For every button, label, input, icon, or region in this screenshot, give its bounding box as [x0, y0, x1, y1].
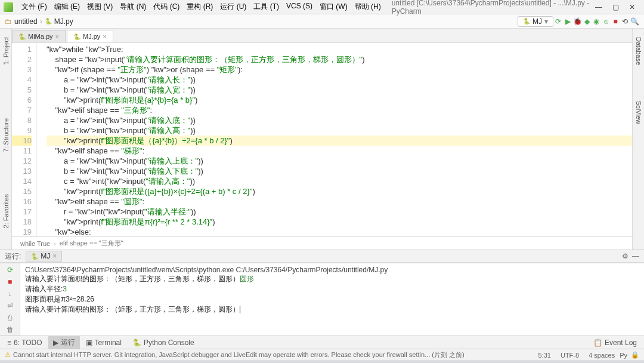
menu-item[interactable]: 编辑 (E) [51, 1, 83, 13]
run-tab[interactable]: 🐍MJ× [26, 251, 62, 262]
close-icon[interactable]: × [52, 252, 57, 260]
close-tab-icon[interactable]: × [55, 33, 59, 40]
right-tool-strip: Database SciView [632, 29, 644, 250]
python-file-icon: 🐍 [45, 18, 52, 24]
close-tab-icon[interactable]: × [103, 33, 106, 40]
build-icon[interactable]: ⟳ [553, 17, 563, 26]
coverage-icon[interactable]: ◆ [582, 17, 592, 26]
code-breadcrumb[interactable]: while True›elif shape == "三角形" [12, 236, 632, 250]
caret-position[interactable]: 5:31 [538, 352, 551, 359]
favorites-toolwindow-button[interactable]: 2: Favorites [2, 194, 10, 228]
run-output[interactable]: C:\Users\37364\PycharmProjects\untitled\… [20, 263, 644, 336]
close-button[interactable]: ✕ [624, 3, 640, 11]
menu-item[interactable]: 文件 (F) [18, 1, 51, 13]
menu-item[interactable]: 工具 (T) [250, 1, 283, 13]
window-title: untitled [C:\Users\37364\PycharmProjects… [385, 0, 590, 16]
indent-info[interactable]: 4 spaces [589, 352, 615, 359]
database-toolwindow-button[interactable]: Database [635, 37, 642, 65]
run-config-selector[interactable]: 🐍 MJ ▾ [518, 16, 553, 27]
rerun-icon[interactable]: ⟳ [7, 266, 13, 274]
event-log-button[interactable]: 📋 Event Log [589, 337, 642, 348]
file-encoding[interactable]: UTF-8 [561, 352, 579, 359]
warning-icon: ⚠ [5, 351, 11, 359]
breadcrumb-root[interactable]: untitled [14, 17, 38, 26]
code-editor[interactable]: "kw">while "kw">True: shape = "kw">input… [37, 43, 632, 236]
print-icon[interactable]: ⎙ [8, 313, 12, 322]
left-tool-strip: 1: Project 7: Structure 2: Favorites [0, 29, 12, 250]
project-toolwindow-button[interactable]: 1: Project [2, 37, 10, 64]
run-toolwindow: ⟳ ■ ↓ ⏎ ⎙ 🗑 C:\Users\37364\PycharmProjec… [0, 263, 644, 336]
bottom-toolwindow-bar: ≡ 6: TODO ▶ 运行 ▣ Terminal 🐍 Python Conso… [0, 336, 644, 349]
tab-mima[interactable]: 🐍MiMa.py× [12, 30, 66, 42]
menu-item[interactable]: VCS (S) [283, 1, 316, 13]
menu-item[interactable]: 窗口 (W) [316, 1, 351, 13]
folder-icon: 🗀 [5, 17, 12, 26]
run-toolwindow-header: 运行: 🐍MJ× ⚙ — [0, 250, 644, 263]
run-icon[interactable]: ▶ [563, 17, 572, 26]
navigation-bar: 🗀 untitled › 🐍 MJ.py 🐍 MJ ▾ ⟳ ▶ 🐞 ◆ ◉ ⎋ … [0, 14, 644, 29]
search-everywhere-icon[interactable]: 🔍 [630, 17, 639, 26]
run-config-name: MJ [532, 17, 542, 26]
menu-bar: 文件 (F)编辑 (E)视图 (V)导航 (N)代码 (C)重构 (R)运行 (… [0, 0, 644, 14]
python-console-button[interactable]: 🐍 Python Console [128, 337, 199, 348]
structure-toolwindow-button[interactable]: 7: Structure [2, 118, 10, 152]
status-bar: ⚠Cannot start internal HTTP server. Git … [0, 349, 644, 361]
editor-tabs: 🐍MiMa.py× 🐍MJ.py× [12, 29, 632, 43]
menu-item[interactable]: 代码 (C) [150, 1, 183, 13]
python-icon: 🐍 [31, 253, 38, 260]
sciview-toolwindow-button[interactable]: SciView [635, 101, 642, 124]
status-message[interactable]: Cannot start internal HTTP server. Git i… [13, 350, 465, 359]
lock-icon[interactable]: 🔒 [631, 351, 639, 359]
terminal-toolwindow-button[interactable]: ▣ Terminal [81, 337, 126, 348]
menu-item[interactable]: 运行 (U) [216, 1, 250, 13]
wrap-icon[interactable]: ⏎ [7, 302, 13, 310]
menu-item[interactable]: 帮助 (H) [351, 1, 385, 13]
stop-icon[interactable]: ■ [8, 278, 12, 286]
menu-item[interactable]: 视图 (V) [83, 1, 116, 13]
python-interpreter[interactable]: Py [620, 352, 627, 359]
line-gutter[interactable]: 12345678910111213141516171819 [12, 43, 37, 236]
python-icon: 🐍 [523, 18, 530, 24]
app-logo [4, 2, 13, 12]
todo-toolwindow-button[interactable]: ≡ 6: TODO [2, 337, 47, 348]
trash-icon[interactable]: 🗑 [7, 325, 14, 334]
start-button[interactable] [0, 361, 24, 364]
tab-mj[interactable]: 🐍MJ.py× [67, 30, 113, 42]
chevron-down-icon: ▾ [544, 17, 548, 26]
attach-icon[interactable]: ⎋ [601, 17, 611, 26]
stop-icon[interactable]: ■ [611, 17, 620, 26]
maximize-button[interactable]: ▢ [607, 3, 624, 11]
breadcrumb[interactable]: 🗀 untitled › 🐍 MJ.py [5, 17, 73, 26]
run-label: 运行: [5, 251, 21, 262]
python-file-icon: 🐍 [73, 33, 80, 40]
windows-taskbar: 🔍 ◯ ⊞ ✉ 🌐 🗂 ˄ 📶 🔊 中 🔋 🛡 13:372020/5/14 💬 [0, 361, 644, 363]
profile-icon[interactable]: ◉ [592, 17, 601, 26]
python-file-icon: 🐍 [18, 33, 26, 40]
run-toolwindow-button[interactable]: ▶ 运行 [48, 336, 80, 349]
breadcrumb-file[interactable]: MJ.py [54, 17, 73, 26]
minimize-button[interactable]: — [590, 3, 607, 11]
run-side-toolbar: ⟳ ■ ↓ ⏎ ⎙ 🗑 [0, 263, 20, 336]
minimize-panel-icon[interactable]: — [632, 252, 639, 260]
update-icon[interactable]: ⟲ [620, 17, 630, 26]
chevron-right-icon: › [40, 17, 42, 26]
menu-item[interactable]: 导航 (N) [116, 1, 150, 13]
down-icon[interactable]: ↓ [8, 290, 12, 298]
debug-icon[interactable]: 🐞 [572, 17, 582, 26]
settings-icon[interactable]: ⚙ [622, 252, 628, 260]
menu-item[interactable]: 重构 (R) [183, 1, 216, 13]
